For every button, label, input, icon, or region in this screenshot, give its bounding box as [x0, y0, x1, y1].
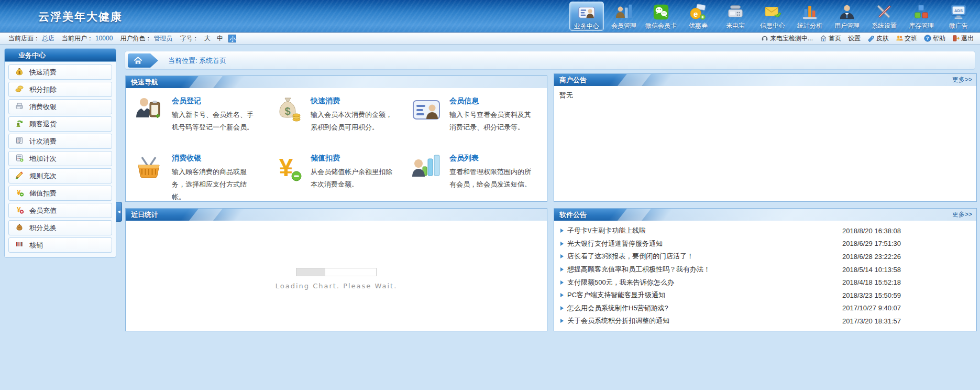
app-window: 云浮美年大健康 业务中心会员管理微信会员卡e优惠券来电宝信息中心统计分析用户管理… [0, 0, 980, 390]
software-notice-title: 软件公告 [554, 209, 587, 221]
topnav-item-system-settings[interactable]: 系统设置 [867, 2, 901, 31]
topnav-label: 用户管理 [834, 21, 860, 30]
notice-title-link[interactable]: 光大银行支付通道暂停服务通知 [567, 239, 663, 248]
sidebar-item-stored-value-deduct[interactable]: ¥储值扣费 [8, 186, 112, 201]
sidebar-item-rule-recharge[interactable]: 规则充次 [8, 168, 112, 183]
breadcrumb-label: 当前位置: 系统首页 [168, 51, 226, 70]
notice-title-link[interactable]: 怎么用会员系统制作H5营销游戏? [567, 304, 668, 313]
sidebar-item-count-consume[interactable]: 计次消费 [8, 134, 112, 149]
coins-icon [15, 84, 29, 94]
software-more-link[interactable]: 更多>> [952, 209, 972, 221]
notice-row: 想提高顾客充值率和员工积极性吗？我有办法！2018/5/14 10:13:58 [560, 263, 970, 276]
shift-people-icon [896, 35, 903, 42]
quicknav-link-member-info[interactable]: 会员信息 [449, 96, 537, 106]
topnav-item-inventory-management[interactable]: 库存管理 [904, 2, 939, 31]
quicknav-link-quick-consume[interactable]: 快速消费 [311, 96, 399, 106]
user-label: 当前用户： [62, 34, 93, 43]
topnav-item-member-management[interactable]: 会员管理 [607, 2, 641, 31]
toolbar-help[interactable]: ?帮助 [924, 34, 945, 43]
status-left: 当前店面：总店 当前用户：10000 用户角色：管理员 字号： 大 中 小 [0, 34, 236, 43]
topnav-item-laidianbao[interactable]: 来电宝 [718, 2, 753, 31]
quicknav-desc: 输入会员本次消费的金额，累积到会员可用积分。 [311, 109, 399, 134]
store-value: 总店 [42, 34, 54, 43]
toolbar-call-detect-label: 来电宝检测中... [770, 34, 813, 43]
topnav-item-micro-ads[interactable]: ADS微广告 [941, 2, 976, 31]
notice-title-link[interactable]: 支付限额500元，我来告诉你怎么办 [567, 278, 674, 287]
notice-title-link[interactable]: PC客户端支持智能客显升级通知 [567, 290, 665, 300]
sidebar-item-member-recharge[interactable]: ¥会员充值 [8, 203, 112, 218]
return-person-icon [15, 119, 29, 129]
font-size-medium-button[interactable]: 中 [216, 35, 224, 42]
notice-date: 2018/3/23 15:50:59 [842, 291, 901, 299]
notice-date: 2018/6/28 23:22:26 [842, 253, 901, 261]
notice-title-link[interactable]: 想提高顾客充值率和员工积极性吗？我有办法！ [567, 265, 710, 274]
quicknav-text: 会员登记输入新卡号、会员姓名、手机号码等登记一个新会员。 [172, 95, 260, 145]
topnav-item-business-center[interactable]: 业务中心 [569, 2, 604, 31]
merchant-notice-panel: 商户公告 更多>> 暂无 [554, 73, 977, 202]
notice-row: 关于会员系统积分折扣调整的通知2017/3/20 18:31:57 [560, 315, 970, 328]
sidebar-item-count-add[interactable]: 增加计次 [8, 151, 112, 166]
notice-arrow-icon [560, 306, 564, 310]
quicknav-link-member-list[interactable]: 会员列表 [449, 154, 537, 163]
sidebar-item-points-deduct[interactable]: 积分扣除 [8, 82, 112, 97]
merchant-more-link[interactable]: 更多>> [952, 74, 972, 86]
breadcrumb-home-badge[interactable] [128, 53, 158, 68]
user-suit-icon [838, 3, 856, 21]
sidebar-item-consume-cashier[interactable]: 消费收银 [8, 99, 112, 114]
toolbar-shift-label: 交班 [905, 34, 917, 43]
font-size-small-button[interactable]: 小 [228, 35, 236, 42]
topnav-item-statistics-analysis[interactable]: 统计分析 [792, 2, 827, 31]
topnav-item-info-center[interactable]: 信息中心 [755, 2, 790, 31]
sidebar-item-quick-consume[interactable]: $快速消费 [8, 64, 112, 80]
quicknav-item-member-info: 会员信息输入卡号查看会员资料及其消费记录、积分记录等。 [403, 88, 543, 145]
notice-title-link[interactable]: 店长看了这3张报表，要倒闭的门店活了！ [567, 252, 693, 261]
member-list-chart-icon [412, 153, 441, 182]
idcard-person-icon [578, 4, 596, 21]
notice-date: 2018/8/20 16:38:08 [842, 227, 901, 235]
home-icon [133, 56, 143, 66]
sidebar-item-label: 消费收银 [29, 102, 57, 112]
topnav-item-coupon[interactable]: e优惠券 [681, 2, 715, 31]
notice-row: 怎么用会员系统制作H5营销游戏?2017/10/27 9:40:07 [560, 302, 970, 315]
sidebar-item-verification[interactable]: 核销 [8, 237, 112, 253]
quicknav-link-member-register[interactable]: 会员登记 [172, 96, 260, 106]
toolbar-help-label: 帮助 [933, 34, 945, 43]
logout-door-icon [952, 35, 960, 42]
notice-row: 支付限额500元，我来告诉你怎么办2018/4/18 15:52:18 [560, 276, 970, 289]
toolbar-skin[interactable]: 皮肤 [867, 34, 889, 43]
notice-arrow-icon [560, 242, 564, 246]
quicknav-item-stored-value-deduct: ¥储值扣费从会员储值帐户余额里扣除本次消费金额。 [265, 145, 403, 202]
sidebar-item-points-exchange[interactable]: 积分兑换 [8, 220, 112, 235]
topnav-label: 系统设置 [872, 21, 897, 30]
bag-dollar-icon: $ [273, 95, 302, 125]
quicknav-link-consume-cashier[interactable]: 消费收银 [172, 154, 260, 163]
stats-panel: 近日统计 Loading Chart. Please Wait. [125, 208, 547, 331]
topnav-item-wechat-member-card[interactable]: 微信会员卡 [644, 2, 678, 31]
svg-text:$: $ [284, 105, 290, 117]
quicknav-link-stored-value-deduct[interactable]: 储值扣费 [311, 154, 399, 163]
quicknav-desc: 从会员储值帐户余额里扣除本次消费金额。 [311, 166, 399, 191]
toolbar-call-detect[interactable]: 来电宝检测中... [761, 34, 813, 43]
font-size-large-button[interactable]: 大 [203, 35, 211, 42]
toolbar-logout[interactable]: 退出 [952, 34, 974, 43]
notice-title-link[interactable]: 关于会员系统积分折扣调整的通知 [567, 316, 669, 326]
sidebar-item-label: 会员充值 [29, 206, 57, 215]
barcode-icon [15, 240, 29, 250]
sidebar-collapse-handle[interactable]: ◀ [116, 202, 122, 222]
toolbar-settings[interactable]: 设置 [848, 34, 861, 43]
help-circle-icon: ? [924, 35, 931, 42]
toolbar-home[interactable]: 首页 [820, 34, 841, 43]
sidebar-item-customer-return[interactable]: 顾客退货 [8, 116, 112, 132]
notice-row: 子母卡\/主副卡功能上线啦2018/8/20 16:38:08 [560, 224, 970, 237]
toolbar-home-label: 首页 [829, 34, 841, 43]
topnav-label: 微广告 [949, 21, 968, 30]
basket-icon [134, 153, 163, 182]
collapse-arrow-icon: ◀ [117, 210, 120, 214]
topnav-label: 库存管理 [909, 21, 934, 30]
notice-title-link[interactable]: 子母卡\/主副卡功能上线啦 [567, 226, 646, 235]
topnav-item-user-management[interactable]: 用户管理 [830, 2, 864, 31]
topnav-label: 统计分析 [797, 21, 822, 30]
toolbar-shift[interactable]: 交班 [896, 34, 917, 43]
svg-text:¥: ¥ [279, 154, 293, 181]
software-notice-list: 子母卡\/主副卡功能上线啦2018/8/20 16:38:08光大银行支付通道暂… [554, 221, 976, 331]
